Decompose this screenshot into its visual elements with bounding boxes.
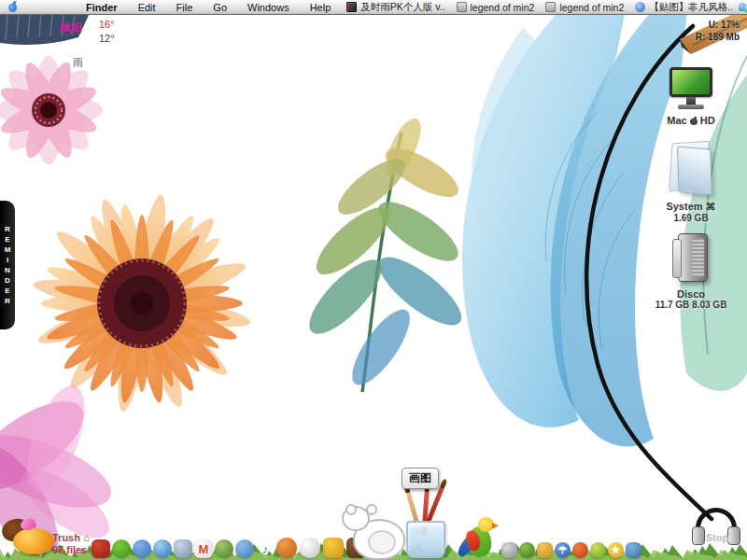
music-note-icon[interactable]: ♪ xyxy=(256,539,275,558)
reminder-letter: E xyxy=(5,235,9,244)
reminder-letter: E xyxy=(5,287,9,295)
umbrella-icon[interactable]: ☂ xyxy=(555,542,571,558)
reminder-letter: D xyxy=(5,276,10,285)
disco-label: Disco xyxy=(649,288,733,300)
reminder-letter: M xyxy=(5,245,11,254)
weather-condition: 雨 xyxy=(73,56,83,70)
qq-chat-icon[interactable] xyxy=(133,539,151,558)
gmail-icon[interactable]: M xyxy=(194,539,213,558)
status-label: 【贴图】非凡风格.. xyxy=(649,1,733,14)
status-item-legend-2[interactable]: legend of min2 xyxy=(540,2,629,13)
helmet-icon[interactable] xyxy=(300,538,320,558)
desktop-icon-disco[interactable]: Disco 11.7 GB 8.03 GB xyxy=(649,231,733,310)
menu-edit[interactable]: Edit xyxy=(128,2,166,13)
reminder-letter: I xyxy=(7,256,8,264)
jsy-app-icon xyxy=(346,2,357,12)
soldier-icon[interactable] xyxy=(215,539,233,558)
media-monitor-icon[interactable] xyxy=(174,539,192,558)
disco-size: 11.7 GB 8.03 GB xyxy=(649,300,733,310)
trash-icon[interactable] xyxy=(0,517,58,560)
legend-app-icon xyxy=(457,2,467,12)
clover-icon[interactable] xyxy=(112,539,131,558)
boat-icon[interactable] xyxy=(626,542,641,558)
car-icon[interactable] xyxy=(537,542,553,558)
mac-hd-label: MacHD xyxy=(649,115,733,126)
status-item-legend-1[interactable]: legend of min2 xyxy=(451,2,541,13)
legend-app-icon xyxy=(545,2,556,12)
dock-group-right: ☂★ xyxy=(501,542,641,558)
weather-high-temp: 16° xyxy=(99,19,115,30)
system-monitor-readout: U: 17% R: 189 Mb xyxy=(696,19,740,43)
desktop: Finder Edit File Go Windows Help 及时雨PK个人… xyxy=(0,0,747,560)
disco-drive-icon xyxy=(670,231,712,286)
weather-low-temp: 12° xyxy=(99,33,115,44)
brush-jar-icon xyxy=(406,521,445,558)
menu-status-area: 及时雨PK个人版 v.. legend of min2 legend of mi… xyxy=(341,1,747,14)
menu-bar: Finder Edit File Go Windows Help 及时雨PK个人… xyxy=(0,0,747,15)
trash-file-count: 97 files xyxy=(52,544,87,555)
trash-label: Trush ⌂ xyxy=(52,532,90,543)
menu-help[interactable]: Help xyxy=(300,2,342,13)
reminder-letter: N xyxy=(5,266,10,274)
status-label: legend of min2 xyxy=(471,2,535,13)
system-volume-icon xyxy=(665,140,717,198)
kettle-icon[interactable] xyxy=(235,539,254,558)
desktop-icon-mac-hd[interactable]: MacHD xyxy=(649,67,733,126)
lantern-icon[interactable] xyxy=(276,538,297,558)
browser-globe-icon[interactable] xyxy=(153,539,172,558)
menu-file[interactable]: File xyxy=(166,2,204,13)
desktop-icon-system[interactable]: System ⌘ 1.69 GB xyxy=(649,140,733,223)
player-stop-label: Stop xyxy=(689,532,745,543)
fridge-icon[interactable] xyxy=(501,542,517,558)
mailbox-icon[interactable] xyxy=(92,539,110,558)
reminder-tab[interactable]: R E M I N D E R xyxy=(0,201,15,329)
dock-tooltip: 画图 xyxy=(402,468,439,489)
parrot-icon[interactable] xyxy=(459,515,500,560)
dock-group-left: M♪ xyxy=(92,539,275,558)
weather-city: 枫阳 xyxy=(60,21,82,36)
menu-go[interactable]: Go xyxy=(203,2,237,13)
paint-app-icon[interactable] xyxy=(399,497,453,560)
system-label: System ⌘ xyxy=(649,201,733,213)
menu-items: Finder Edit File Go Windows Help xyxy=(76,2,341,13)
dock: Trush ⌂ 97 files M♪ 画图 ☂★ Stop xyxy=(0,457,747,560)
menu-windows[interactable]: Windows xyxy=(237,2,300,13)
status-item-forum[interactable]: 【贴图】非凡风格.. xyxy=(629,1,739,14)
users-menu-icon[interactable] xyxy=(739,2,747,12)
star-character-icon[interactable]: ★ xyxy=(608,542,624,558)
music-player-widget[interactable]: Stop xyxy=(689,506,745,556)
headset-player-icon[interactable] xyxy=(572,542,588,558)
status-item-jsy[interactable]: 及时雨PK个人版 v.. xyxy=(341,1,450,14)
mac-hd-monitor-icon xyxy=(667,67,715,112)
status-label: legend of min2 xyxy=(559,2,624,13)
ram-usage-text: R: 189 Mb xyxy=(696,31,740,43)
reminder-letter: R xyxy=(5,225,10,233)
melon-icon[interactable] xyxy=(590,542,606,558)
apple-glyph-icon xyxy=(690,117,698,125)
status-label: 及时雨PK个人版 v.. xyxy=(360,1,444,14)
system-size: 1.69 GB xyxy=(649,213,733,223)
forum-globe-icon xyxy=(635,2,645,12)
menu-finder[interactable]: Finder xyxy=(76,2,128,13)
hooded-figure-icon[interactable] xyxy=(519,542,535,558)
reminder-letter: R xyxy=(5,297,10,305)
cpu-usage-text: U: 17% xyxy=(696,19,740,31)
